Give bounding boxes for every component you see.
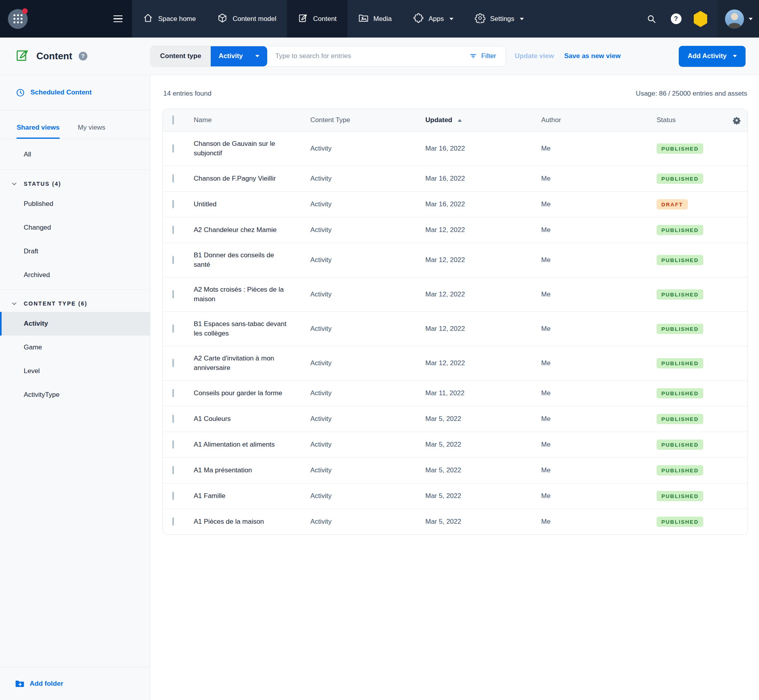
sidebar-item-level[interactable]: Level (0, 359, 150, 383)
entry-author: Me (541, 145, 657, 153)
row-checkbox[interactable] (172, 174, 174, 183)
nav-item-content-model[interactable]: Content model (206, 0, 287, 38)
cube-icon (217, 13, 228, 25)
content-type-select[interactable]: Activity (211, 46, 267, 66)
table-row[interactable]: Chanson de Gauvain sur le subjonctif Act… (163, 132, 748, 166)
table-row[interactable]: A1 Ma présentation Activity Mar 5, 2022 … (163, 457, 748, 483)
sidebar-item-archived[interactable]: Archived (0, 263, 150, 287)
table-settings-gear-icon[interactable] (725, 116, 748, 125)
status-badge: PUBLISHED (657, 465, 703, 475)
nav-item-settings[interactable]: Settings (464, 0, 534, 38)
page-header: Content ? Content type Activity Filter U… (0, 38, 759, 75)
entry-content-type: Activity (310, 441, 425, 449)
nav-item-media[interactable]: Media (347, 0, 402, 38)
table-row[interactable]: A1 Alimentation et aliments Activity Mar… (163, 432, 748, 457)
help-icon[interactable]: ? (666, 9, 685, 28)
add-folder-button[interactable]: Add folder (0, 667, 150, 700)
table-row[interactable]: A2 Carte d'invitation à mon anniversaire… (163, 346, 748, 380)
sidebar-item-activitytype[interactable]: ActivityType (0, 383, 150, 407)
status-badge: PUBLISHED (657, 255, 703, 265)
table-row[interactable]: B1 Donner des conseils de santé Activity… (163, 243, 748, 277)
entry-updated: Mar 5, 2022 (425, 441, 541, 449)
update-view-link[interactable]: Update view (515, 52, 554, 60)
table-row[interactable]: A2 Chandeleur chez Mamie Activity Mar 12… (163, 217, 748, 243)
table-row[interactable]: A2 Mots croisés : Pièces de la maison Ac… (163, 277, 748, 311)
sidebar-item-published[interactable]: Published (0, 192, 150, 216)
row-checkbox[interactable] (172, 492, 174, 500)
entries-count: 14 entries found (163, 90, 211, 98)
table-row[interactable]: A1 Couleurs Activity Mar 5, 2022 Me PUBL… (163, 406, 748, 432)
table-row[interactable]: B1 Espaces sans-tabac devant les collège… (163, 311, 748, 346)
nav-item-space-home[interactable]: Space home (132, 0, 206, 38)
tab-my-views[interactable]: My views (78, 124, 106, 139)
sidebar-item-all[interactable]: All (0, 139, 150, 170)
save-as-new-view-link[interactable]: Save as new view (564, 52, 621, 60)
filter-button[interactable]: Filter (469, 52, 506, 60)
select-all-checkbox[interactable] (172, 115, 174, 125)
hamburger-menu-button[interactable] (113, 13, 123, 25)
sidebar-item-activity[interactable]: Activity (0, 312, 150, 336)
add-activity-button[interactable]: Add Activity (679, 46, 746, 67)
puzzle-icon (413, 13, 424, 25)
top-navigation: Space home Content model Content (0, 0, 759, 38)
entry-author: Me (541, 325, 657, 333)
row-checkbox[interactable] (172, 517, 174, 526)
search-input[interactable] (267, 52, 469, 60)
status-section-header[interactable]: STATUS (4) (0, 170, 150, 192)
gear-icon (475, 13, 485, 25)
account-menu[interactable] (717, 0, 759, 38)
row-checkbox[interactable] (172, 200, 174, 208)
main-content: 14 entries found Usage: 86 / 25000 entri… (150, 75, 759, 700)
entry-search-bar: Content type Activity Filter (150, 46, 506, 67)
nav-label: Media (374, 15, 392, 23)
entry-updated: Mar 16, 2022 (425, 200, 541, 208)
entry-name: Untitled (194, 200, 291, 209)
nav-label: Space home (158, 15, 196, 23)
entry-updated: Mar 12, 2022 (425, 325, 541, 333)
hexagon-icon[interactable] (691, 9, 710, 28)
nav-item-apps[interactable]: Apps (402, 0, 464, 38)
row-checkbox[interactable] (172, 466, 174, 474)
row-checkbox[interactable] (172, 226, 174, 234)
entry-author: Me (541, 441, 657, 449)
app-launcher-button[interactable] (8, 9, 28, 29)
column-header-name[interactable]: Name (194, 116, 310, 124)
sidebar-item-game[interactable]: Game (0, 336, 150, 359)
help-icon[interactable]: ? (79, 52, 87, 60)
row-checkbox[interactable] (172, 359, 174, 367)
compose-icon (298, 13, 308, 25)
sidebar-item-draft[interactable]: Draft (0, 240, 150, 263)
row-checkbox[interactable] (172, 144, 174, 153)
row-checkbox[interactable] (172, 389, 174, 397)
search-icon[interactable] (642, 9, 661, 28)
entry-author: Me (541, 389, 657, 397)
entry-author: Me (541, 359, 657, 367)
entry-name: A1 Couleurs (194, 414, 291, 424)
chevron-down-icon (11, 181, 17, 187)
table-row[interactable]: A1 Famille Activity Mar 5, 2022 Me PUBLI… (163, 483, 748, 509)
entry-author: Me (541, 415, 657, 423)
tab-shared-views[interactable]: Shared views (17, 124, 60, 139)
row-checkbox[interactable] (172, 440, 174, 449)
table-row[interactable]: Untitled Activity Mar 16, 2022 Me DRAFT (163, 191, 748, 217)
scheduled-content-link[interactable]: Scheduled Content (0, 75, 150, 110)
content-type-section-header[interactable]: CONTENT TYPE (6) (0, 290, 150, 312)
chevron-down-icon (11, 300, 17, 307)
clock-icon (16, 88, 25, 97)
content-page-icon (15, 48, 30, 64)
row-checkbox[interactable] (172, 325, 174, 333)
row-checkbox[interactable] (172, 290, 174, 298)
sidebar-item-changed[interactable]: Changed (0, 216, 150, 240)
table-row[interactable]: Chanson de F.Pagny Vieillir Activity Mar… (163, 166, 748, 191)
column-header-updated[interactable]: Updated (425, 116, 541, 124)
row-checkbox[interactable] (172, 256, 174, 264)
page-title: Content (36, 51, 72, 62)
table-row[interactable]: Conseils pour garder la forme Activity M… (163, 380, 748, 406)
usage-info: Usage: 86 / 25000 entries and assets (636, 90, 747, 98)
row-checkbox[interactable] (172, 415, 174, 423)
entry-content-type: Activity (310, 325, 425, 333)
status-badge: PUBLISHED (657, 174, 703, 184)
entry-content-type: Activity (310, 145, 425, 153)
table-row[interactable]: A1 Pièces de la maison Activity Mar 5, 2… (163, 509, 748, 534)
nav-item-content[interactable]: Content (287, 0, 347, 38)
